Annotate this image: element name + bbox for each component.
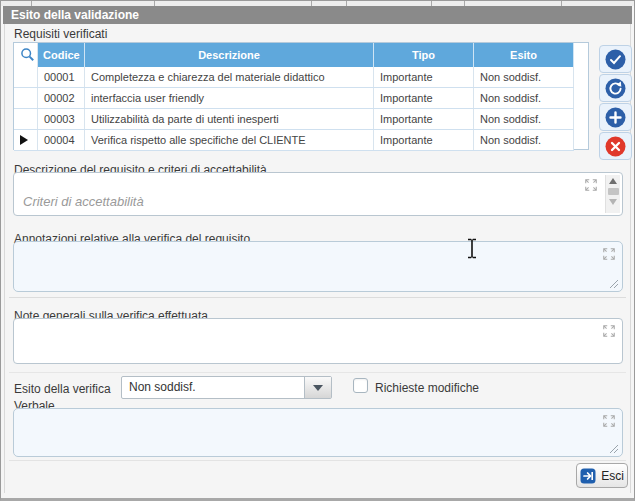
add-button[interactable] bbox=[599, 103, 632, 131]
richieste-modifiche-checkbox[interactable] bbox=[353, 378, 368, 393]
esito-verifica-dropdown[interactable]: Non soddisf. bbox=[121, 376, 332, 399]
annotazioni-textarea[interactable] bbox=[13, 241, 623, 292]
descrizione-requisito-textarea[interactable]: Criteri di accettabilità bbox=[13, 172, 623, 216]
scroll-thumb[interactable] bbox=[608, 188, 619, 195]
undo-button[interactable] bbox=[599, 74, 632, 102]
cell-tipo: Importante bbox=[374, 88, 474, 108]
footer-divider bbox=[9, 460, 626, 461]
dialog-left-border bbox=[4, 24, 5, 493]
cell-descrizione: interfaccia user friendly bbox=[85, 88, 374, 108]
cell-codice: 00004 bbox=[38, 130, 85, 150]
exit-icon bbox=[580, 468, 596, 484]
table-row[interactable]: 00001 Completezza e chiarezza del materi… bbox=[14, 67, 574, 88]
cell-descrizione: Completezza e chiarezza del materiale di… bbox=[85, 67, 374, 87]
scroll-up-icon[interactable] bbox=[609, 178, 617, 184]
undo-circle-icon bbox=[605, 78, 626, 99]
column-header-descrizione[interactable]: Descrizione bbox=[85, 43, 374, 67]
verbale-textarea[interactable] bbox=[13, 408, 623, 457]
confirm-button[interactable] bbox=[599, 45, 632, 73]
magnifier-icon bbox=[20, 47, 35, 62]
section-divider bbox=[9, 297, 626, 298]
exit-button[interactable]: Esci bbox=[576, 463, 628, 488]
dialog-title: Esito della validazione bbox=[11, 8, 139, 22]
exit-button-label: Esci bbox=[601, 469, 624, 483]
column-header-esito[interactable]: Esito bbox=[474, 43, 574, 67]
cell-esito: Non soddisf. bbox=[474, 109, 574, 129]
descrizione-requisito-placeholder: Criteri di accettabilità bbox=[23, 194, 144, 209]
table-row-selected[interactable]: 00004 Verifica rispetto alle specifiche … bbox=[14, 130, 574, 151]
table-row[interactable]: 00002 interfaccia user friendly Importan… bbox=[14, 88, 574, 109]
cell-descrizione: Verifica rispetto alle specifiche del CL… bbox=[85, 130, 374, 150]
expand-icon[interactable] bbox=[584, 178, 598, 192]
cell-descrizione: Utilizzabilità da parte di utenti inespe… bbox=[85, 109, 374, 129]
dropdown-button[interactable] bbox=[304, 377, 331, 398]
row-indicator-cell bbox=[14, 130, 38, 150]
cell-esito: Non soddisf. bbox=[474, 130, 574, 150]
column-header-tipo[interactable]: Tipo bbox=[374, 43, 474, 67]
header-search-cell[interactable] bbox=[14, 43, 38, 67]
textarea-scrollbar[interactable] bbox=[605, 175, 620, 213]
row-indicator-cell bbox=[14, 67, 38, 87]
section-divider bbox=[9, 372, 626, 373]
row-indicator-cell bbox=[14, 88, 38, 108]
cell-esito: Non soddisf. bbox=[474, 67, 574, 87]
cell-tipo: Importante bbox=[374, 67, 474, 87]
table-header: Codice Descrizione Tipo Esito bbox=[14, 43, 574, 67]
cell-codice: 00001 bbox=[38, 67, 85, 87]
expand-icon[interactable] bbox=[602, 324, 616, 338]
richieste-modifiche-label: Richieste modifiche bbox=[375, 381, 479, 395]
expand-icon[interactable] bbox=[602, 247, 616, 261]
cell-tipo: Importante bbox=[374, 130, 474, 150]
resize-handle-icon[interactable] bbox=[609, 444, 619, 454]
cell-codice: 00003 bbox=[38, 109, 85, 129]
requisiti-table: Codice Descrizione Tipo Esito 00001 Comp… bbox=[13, 42, 589, 150]
resize-handle-icon[interactable] bbox=[609, 279, 619, 289]
dialog-esito-validazione: Esito della validazione Requisiti verifi… bbox=[0, 0, 635, 501]
text-cursor bbox=[466, 238, 478, 259]
plus-circle-icon bbox=[605, 107, 626, 128]
check-circle-icon bbox=[605, 49, 626, 70]
esito-verifica-label: Esito della verifica bbox=[14, 382, 111, 396]
current-row-arrow-icon bbox=[20, 135, 28, 145]
row-indicator-cell bbox=[14, 109, 38, 129]
dropdown-value: Non soddisf. bbox=[122, 377, 304, 398]
note-generali-textarea[interactable] bbox=[13, 318, 623, 364]
chevron-down-icon bbox=[313, 385, 323, 391]
table-row[interactable]: 00003 Utilizzabilità da parte di utenti … bbox=[14, 109, 574, 130]
cell-codice: 00002 bbox=[38, 88, 85, 108]
table-scroll-gutter bbox=[574, 43, 588, 67]
delete-button[interactable] bbox=[599, 132, 632, 160]
expand-icon[interactable] bbox=[602, 414, 616, 428]
requisiti-section-label: Requisiti verificati bbox=[14, 27, 107, 41]
column-header-codice[interactable]: Codice bbox=[38, 43, 85, 67]
x-circle-icon bbox=[605, 136, 626, 157]
dialog-titlebar[interactable]: Esito della validazione bbox=[3, 6, 632, 24]
cell-esito: Non soddisf. bbox=[474, 88, 574, 108]
cell-tipo: Importante bbox=[374, 109, 474, 129]
scroll-down-icon[interactable] bbox=[609, 199, 617, 205]
